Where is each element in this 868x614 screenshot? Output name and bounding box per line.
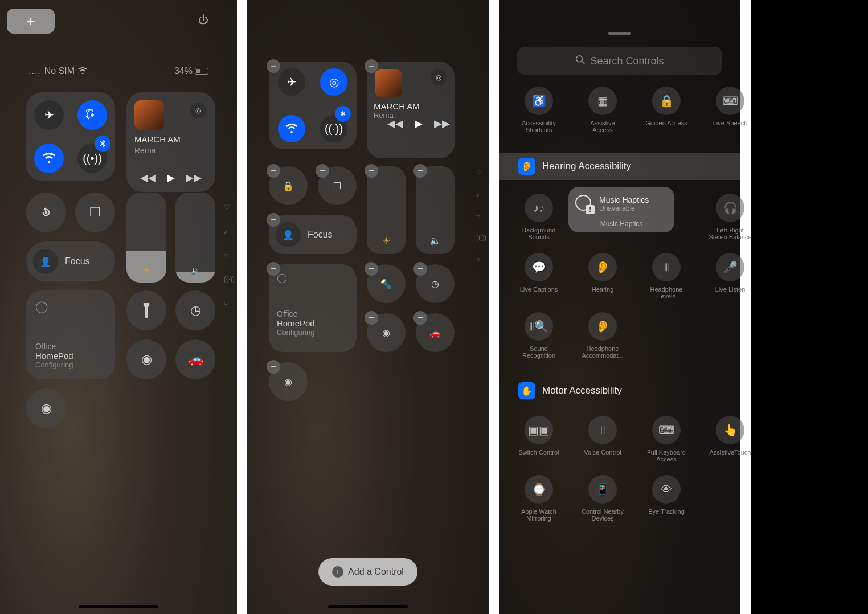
airplay-icon[interactable]: ◎: [431, 69, 447, 85]
brightness-slider[interactable]: ☀: [367, 166, 406, 254]
keyboard-icon: ⌨: [652, 416, 681, 444]
keyboard-icon: ⌨: [716, 87, 744, 115]
add-control-button[interactable]: + Add a Control: [318, 558, 417, 586]
remove-icon[interactable]: −: [267, 360, 280, 374]
power-icon[interactable]: ⏻: [198, 14, 208, 26]
remove-icon[interactable]: −: [413, 311, 427, 325]
artist-name: Rema: [134, 146, 155, 155]
live-speech[interactable]: ⌨Live Speech: [709, 87, 752, 133]
screen-record[interactable]: ◉: [126, 339, 166, 379]
sheet-grabber[interactable]: [608, 32, 631, 35]
airdrop-toggle[interactable]: ◎: [320, 68, 347, 96]
headphone-levels[interactable]: ⫴Headphone Levels: [645, 253, 688, 300]
play-icon[interactable]: ▶: [415, 117, 423, 130]
prev-icon[interactable]: ◀◀: [387, 117, 403, 130]
search-field[interactable]: Search Controls: [517, 47, 722, 75]
captions-icon: 💬: [525, 253, 553, 281]
sound-recognition[interactable]: ⫴🔍Sound Recognition: [517, 312, 560, 359]
connectivity-module[interactable]: ✈ ((•)): [26, 92, 115, 181]
lock-icon: 🔒: [652, 87, 681, 115]
orientation-lock[interactable]: [26, 193, 66, 232]
airplane-toggle[interactable]: ✈: [34, 100, 64, 130]
remove-icon[interactable]: −: [267, 262, 280, 276]
phone-icon: 📱: [588, 475, 617, 504]
accessibility-icon: ♿: [525, 87, 553, 115]
home-indicator[interactable]: [79, 605, 158, 608]
accessibility-shortcuts[interactable]: ♿Accessibility Shortcuts: [517, 87, 560, 133]
apple-watch-mirroring[interactable]: ⌚Apple Watch Mirroring: [517, 475, 560, 522]
remove-icon[interactable]: −: [267, 164, 280, 178]
focus-module[interactable]: 👤 Focus: [26, 241, 115, 281]
switch-control[interactable]: ▣▣Switch Control: [517, 416, 560, 462]
wifi-toggle[interactable]: [34, 144, 64, 173]
sounds-icon: ♪♪: [525, 194, 553, 222]
squares-icon: ▣▣: [525, 416, 553, 444]
remove-icon[interactable]: −: [267, 59, 280, 73]
assistive-access[interactable]: ▦Assistive Access: [581, 87, 624, 133]
stereo-balance[interactable]: 🎧Left-Right Stereo Balance: [709, 194, 752, 240]
guided-access[interactable]: 🔒Guided Access: [645, 87, 688, 133]
voice-control[interactable]: ⫴Voice Control: [581, 416, 624, 462]
ear-icon: 👂: [588, 253, 617, 281]
live-listen[interactable]: 🎤Live Listen: [709, 253, 752, 300]
screen-mirroring[interactable]: ❐: [75, 193, 115, 232]
connectivity-module[interactable]: ✈ ◎ ((·)) ✱: [269, 62, 357, 149]
remove-icon[interactable]: −: [413, 164, 427, 178]
background-sounds[interactable]: ♪♪Background Sounds: [517, 194, 560, 240]
remove-icon[interactable]: −: [267, 213, 280, 227]
speaker-icon: 🔈: [175, 265, 215, 275]
full-keyboard-access[interactable]: ⌨Full Keyboard Access: [645, 416, 688, 462]
timer-toggle[interactable]: ◷: [175, 290, 215, 330]
levels-icon: ⫴: [652, 253, 681, 281]
play-icon[interactable]: ▶: [167, 171, 175, 184]
music-haptics-popup[interactable]: ! Music Haptics Unavailable Music Haptic…: [568, 187, 674, 232]
remove-icon[interactable]: −: [365, 311, 378, 325]
hearing[interactable]: 👂Hearing: [581, 253, 624, 300]
remove-icon[interactable]: −: [365, 59, 378, 73]
flashlight-toggle[interactable]: [126, 290, 166, 330]
eye-icon: 👁: [652, 475, 681, 504]
assistive-touch[interactable]: 👆AssistiveTouch: [709, 416, 752, 462]
homepod-icon: ◯: [35, 300, 106, 313]
volume-slider[interactable]: 🔈: [175, 193, 215, 283]
driving-toggle[interactable]: 🚗: [175, 339, 215, 379]
airplane-toggle[interactable]: ✈: [278, 68, 305, 96]
bluetooth-toggle[interactable]: [95, 136, 110, 152]
control-center-view: + ⏻ .... No SIM 34% ✈ ((•)): [0, 0, 247, 614]
next-icon[interactable]: ▶▶: [186, 171, 202, 184]
airdrop-toggle[interactable]: [77, 100, 107, 130]
headphone-accommodations[interactable]: 👂Headphone Accommodat...: [581, 312, 624, 359]
shazam-toggle[interactable]: ◉: [26, 388, 66, 428]
remove-icon[interactable]: −: [316, 164, 329, 178]
control-center-edit: ✈ ◎ ((·)) ✱ − ◎ MARCH AM Rema ◀◀ ▶ ▶▶ − …: [247, 0, 499, 614]
battery-icon: [195, 68, 208, 75]
home-indicator[interactable]: [328, 605, 408, 608]
homepod-module[interactable]: ◯ Office HomePod Configuring: [269, 264, 357, 352]
volume-slider[interactable]: 🔈: [416, 166, 455, 254]
prev-icon[interactable]: ◀◀: [140, 171, 156, 184]
wifi-toggle[interactable]: [278, 115, 305, 142]
next-icon[interactable]: ▶▶: [434, 117, 450, 130]
live-captions[interactable]: 💬Live Captions: [517, 253, 560, 300]
plus-icon: +: [332, 566, 343, 578]
eye-tracking[interactable]: 👁Eye Tracking: [645, 475, 688, 522]
media-module[interactable]: ◎ MARCH AM Rema ◀◀ ▶ ▶▶: [367, 62, 455, 158]
remove-icon[interactable]: −: [413, 262, 427, 276]
brightness-slider[interactable]: ☀: [126, 193, 166, 283]
control-nearby[interactable]: 📱Control Nearby Devices: [581, 475, 624, 522]
focus-icon: 👤: [276, 222, 301, 247]
voice-icon: ⫴: [588, 416, 617, 444]
popup-title: Music Haptics: [599, 195, 649, 204]
homepod-module[interactable]: ◯ Office HomePod Configuring: [26, 290, 115, 379]
touch-icon: 👆: [716, 416, 744, 444]
bluetooth-toggle[interactable]: ✱: [335, 106, 351, 122]
heart-icon: ♡: [224, 203, 235, 211]
focus-module[interactable]: 👤 Focus: [269, 215, 357, 254]
add-button[interactable]: +: [7, 9, 55, 34]
signal-icon: ((·)): [224, 275, 235, 283]
media-module[interactable]: ◎ MARCH AM Rema ◀◀ ▶ ▶▶: [126, 92, 215, 192]
remove-icon[interactable]: −: [365, 164, 378, 178]
airplay-icon[interactable]: ◎: [190, 103, 206, 118]
remove-icon[interactable]: −: [365, 262, 378, 276]
status-bar: .... No SIM 34%: [0, 66, 237, 76]
